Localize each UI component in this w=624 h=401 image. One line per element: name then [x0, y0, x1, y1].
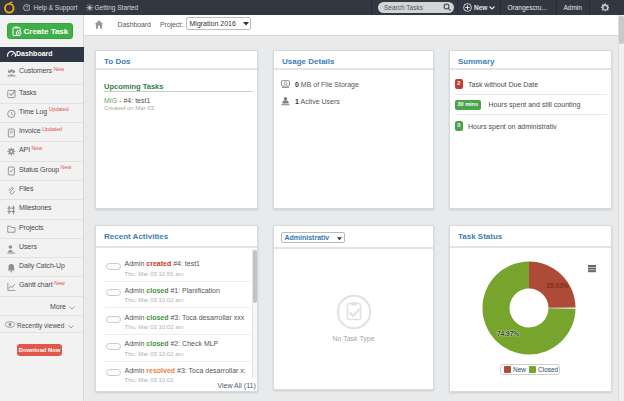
- svg-text:?: ?: [25, 6, 28, 11]
